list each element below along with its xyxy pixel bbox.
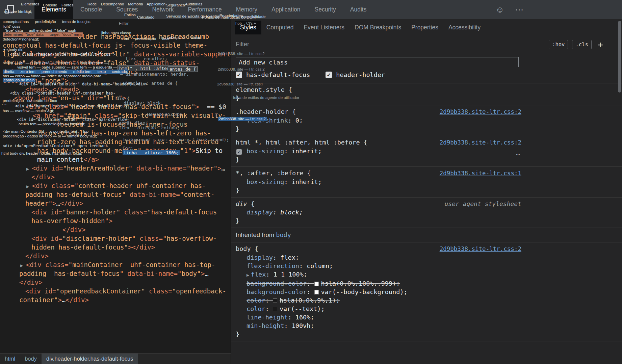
property-name: background-color [247,280,307,287]
style-rule: element.style {} [231,83,622,105]
dom-tree-line[interactable]: <div class="header-holder has-default-fo… [0,102,231,111]
stylesheet-link[interactable]: 2d9bb338.site-ltr.css:1 [440,169,521,178]
rule-selector[interactable]: div [236,200,247,208]
expand-triangle-icon[interactable]: ▶ [247,272,249,278]
dom-tree-line[interactable]: </div> [0,252,231,260]
css-declaration[interactable]: color: hsla(0,0%,9%,1); [231,296,622,305]
dom-tree-line[interactable]: <div id="disclaimer-holder" class="has-o… [0,234,231,243]
dom-tree-line[interactable]: "true" data-authenticated="false" data-a… [0,58,231,67]
dom-tree-line[interactable]: ▶ <div class="content-header uhf-contain… [0,181,231,190]
class-toggles: ✓has-default-focus✓header-holder [231,69,622,83]
dom-tree-line[interactable]: older hasPageActions hasBreadcrumb [0,32,231,41]
rule-header: div {user agent stylesheet [231,200,521,208]
add-class-input[interactable] [236,57,519,67]
styles-tab-computed[interactable]: Computed [261,21,299,34]
element-classes-button[interactable]: .cls [572,40,591,49]
styles-filter-row: :hov .cls + [231,36,622,53]
rule-selector[interactable]: *, :after, :before [236,169,303,177]
inspect-element-icon[interactable] [5,5,14,14]
dom-tree-line[interactable]: ▶ <div class="mainContainer uhf-containe… [0,260,231,269]
styles-tab-properties[interactable]: Properties [406,21,443,34]
dom-tree-line[interactable]: </div> [0,173,231,181]
dom-tree-line[interactable]: has-body-background-medium" tabindex="1"… [0,146,231,155]
dom-tree-line[interactable]: </div> [0,278,231,287]
dom-tree-line[interactable]: focus-visible has-top-zero has-left-zero… [0,129,231,137]
property-name: box-sizing [247,148,284,155]
tab-console[interactable]: Console [73,0,109,19]
breadcrumb-item-div-header-holder-has-default-focus[interactable]: div.header-holder.has-default-focus [42,354,138,364]
css-declaration[interactable]: flex-shrink: 0; [231,116,622,125]
dom-tree-line[interactable]: has-overflow-hidden"> [0,216,231,225]
css-declaration[interactable]: flex-direction: column; [231,262,622,270]
color-swatch-icon[interactable] [273,298,277,303]
styles-filter-input[interactable] [236,41,545,48]
feedback-smiley-icon[interactable]: ☺ [495,5,504,15]
tab-memory[interactable]: Memory [229,0,264,19]
dom-tree-line[interactable]: light" language="en-us" dir="ltr" data-c… [0,50,231,58]
class-toggle-label: has-default-focus [246,71,310,78]
dom-tree-line[interactable]: right-zero has-padding-medium has-text-c… [0,137,231,146]
more-actions-icon[interactable]: ⋯ [516,151,520,159]
tab-audits[interactable]: Audits [343,0,374,19]
main-tab-bar: ElementsConsoleSourcesNetworkPerformance… [34,0,373,19]
dom-tree-line[interactable]: <head>…</head> [0,85,231,94]
stylesheet-link[interactable]: 2d9bb338.site-ltr.css:2 [440,245,521,253]
css-declaration[interactable]: min-height: 100vh; [231,321,622,330]
styles-tab-dom-breakpoints[interactable]: DOM Breakpoints [349,21,406,34]
stylesheet-link[interactable]: 2d9bb338.site-ltr.css:2 [440,138,521,147]
checkbox-has-default-focus[interactable]: ✓ [236,72,242,78]
dom-tree-line[interactable]: header">…</div> [0,199,231,208]
dom-tree-line[interactable]: padding has-default-focus" data-bi-name=… [0,269,231,278]
dom-tree-line[interactable]: conceptual has-default-focus js- focus-v… [0,41,231,50]
dom-tree-line[interactable]: determined="true" data-target="docs" [0,67,231,76]
breadcrumb-item-body[interactable]: body [20,354,42,364]
dom-tree-line[interactable]: <div id="banner-holder" class="has-defau… [0,208,231,216]
dom-tree-line[interactable]: <body lang="en-us" dir="ltr"> [0,94,231,102]
dom-tree-line[interactable]: container">…</div> [0,295,231,304]
css-declaration[interactable]: line-height: 160%; [231,313,622,321]
dom-tree-line[interactable]: ▶ <div id="headerAreaHolder" data-bi-nam… [0,164,231,173]
css-declaration[interactable]: box-sizing: inherit; [231,178,622,186]
declaration-checkbox[interactable]: ✓ [236,149,242,155]
styles-tab-styles[interactable]: Styles [235,21,261,34]
css-declaration[interactable]: display: flex; [231,253,622,262]
dom-tree-line[interactable]: detection="none"> [0,76,231,85]
property-value: inherit; [292,178,322,185]
rule-selector[interactable]: html *, html :after, html :before [236,138,360,147]
tab-network[interactable]: Network [145,0,181,19]
tab-application[interactable]: Application [264,0,308,19]
rule-selector[interactable]: .header-holder [236,107,288,116]
rule-selector[interactable]: element.style [236,85,285,94]
scrollbar-thumb[interactable] [618,21,621,93]
color-swatch-icon[interactable] [314,290,319,294]
rule-selector[interactable]: body [236,244,251,253]
tab-security[interactable]: Security [308,0,343,19]
breadcrumb-item-html[interactable]: html [0,354,20,364]
css-declaration[interactable]: display: block; [231,208,622,216]
color-swatch-icon[interactable] [273,307,277,311]
color-swatch-icon[interactable] [314,282,319,286]
css-declaration[interactable]: color: var(--text); [231,305,622,313]
tab-performance[interactable]: Performance [181,0,229,19]
css-declaration[interactable]: background-color: var(--body-background)… [231,288,622,296]
css-declaration[interactable]: background-color: hsla(0,0%,100%,.999); [231,279,622,288]
stylesheet-link[interactable]: 2d9bb338.site-ltr.css:2 [440,108,521,116]
checkbox-header-holder[interactable]: ✓ [326,72,332,78]
dom-tree-line[interactable]: -focused is-focused has-inner-focus [0,120,231,129]
dom-tree-line[interactable]: padding has-default-focus" data-bi-name=… [0,190,231,199]
pseudo-state-button[interactable]: :hov [549,40,568,49]
dom-tree-line[interactable]: <div id="openFeedbackContainer" class="o… [0,287,231,295]
new-style-rule-button[interactable]: + [598,39,603,50]
css-declaration[interactable]: ✓box-sizing: inherit; [231,147,622,155]
tab-elements[interactable]: Elements [34,0,73,19]
styles-tab-accessibility[interactable]: Accessibility [443,21,486,34]
tab-sources[interactable]: Sources [109,0,145,19]
inherited-from-link[interactable]: body [276,231,291,238]
dom-tree-line[interactable]: </div> [0,225,231,234]
dom-tree-line[interactable]: <a href="#main" class="skip-to-main-link… [0,111,231,120]
css-declaration[interactable]: ▶flex: 1 1 100%; [231,270,622,279]
more-menu-icon[interactable]: ⋯ [515,5,524,15]
dom-tree-line[interactable]: hidden has-default-focus"></div> [0,243,231,252]
styles-tab-event-listeners[interactable]: Event Listeners [299,21,349,34]
dom-tree-line[interactable]: main content</a> [0,155,231,164]
